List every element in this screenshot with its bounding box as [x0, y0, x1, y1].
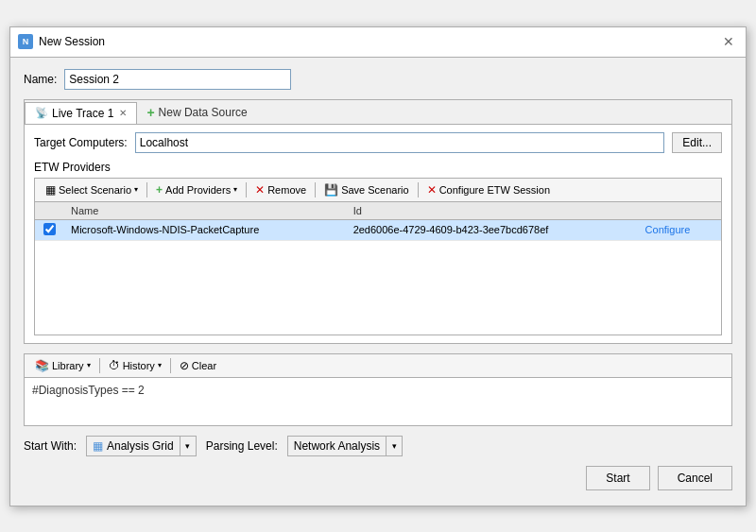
configure-etw-button[interactable]: ✕ Configure ETW Session — [421, 181, 557, 198]
table-row[interactable]: Microsoft-Windows-NDIS-PacketCapture 2ed… — [35, 219, 721, 240]
parsing-level-value: Network Analysis — [294, 439, 380, 453]
add-providers-button[interactable]: + Add Providers ▾ — [149, 181, 244, 198]
etw-table: Name Id — [35, 202, 721, 241]
title-bar-left: N New Session — [18, 34, 105, 49]
select-scenario-chevron: ▾ — [134, 185, 138, 194]
analysis-grid-button[interactable]: ▦ Analysis Grid — [86, 436, 180, 456]
target-computers-input[interactable] — [135, 132, 665, 153]
parsing-level-dropdown: Network Analysis ▾ — [287, 436, 403, 456]
bottom-section: 📚 Library ▾ ⏱ History ▾ ⊘ Clear #Diagnos… — [24, 353, 732, 426]
tab-new-data-source-label: New Data Source — [159, 106, 248, 119]
edit-button[interactable]: Edit... — [672, 132, 722, 153]
start-with-row: Start With: ▦ Analysis Grid ▾ Parsing Le… — [24, 436, 732, 456]
grid-icon: ▦ — [93, 439, 103, 453]
trace-icon: 📡 — [35, 107, 48, 119]
tab-section: 📡 Live Trace 1 ✕ + New Data Source Targe… — [24, 99, 732, 344]
separator-3 — [315, 182, 316, 197]
bottom-content: #DiagnosisTypes == 2 — [25, 378, 731, 425]
tab-close-icon[interactable]: ✕ — [119, 108, 127, 118]
clear-label: Clear — [192, 360, 216, 371]
parsing-level-button[interactable]: Network Analysis — [287, 436, 386, 456]
tab-live-trace[interactable]: 📡 Live Trace 1 ✕ — [25, 102, 137, 124]
dialog-title: New Session — [39, 35, 105, 48]
filter-text: #DiagnosisTypes == 2 — [32, 384, 145, 397]
row-checkbox-cell[interactable] — [35, 219, 63, 240]
new-tab-icon: + — [146, 105, 154, 120]
etw-providers-section: ETW Providers ▦ Select Scenario ▾ + — [34, 161, 722, 335]
configure-link[interactable]: Configure — [645, 224, 691, 235]
title-bar: N New Session ✕ — [10, 27, 746, 58]
parsing-label: Parsing Level: — [206, 439, 278, 453]
row-id: 2ed6006e-4729-4609-b423-3ee7bcd678ef — [346, 219, 638, 240]
add-providers-label: Add Providers — [165, 184, 231, 196]
dialog-body: Name: 📡 Live Trace 1 ✕ + New Data Source — [10, 58, 746, 506]
bottom-toolbar: 📚 Library ▾ ⏱ History ▾ ⊘ Clear — [25, 354, 731, 378]
select-scenario-button[interactable]: ▦ Select Scenario ▾ — [39, 181, 145, 198]
new-session-dialog: N New Session ✕ Name: 📡 Live Trace 1 ✕ + — [9, 26, 747, 506]
analysis-grid-label: Analysis Grid — [107, 439, 174, 453]
save-scenario-icon: 💾 — [324, 183, 338, 197]
library-icon: 📚 — [35, 359, 49, 372]
tab-live-trace-label: Live Trace 1 — [52, 107, 113, 120]
etw-table-header: Name Id — [35, 202, 721, 220]
etw-toolbar: ▦ Select Scenario ▾ + Add Providers ▾ — [35, 179, 721, 202]
tab-bar: 📡 Live Trace 1 ✕ + New Data Source — [25, 100, 731, 125]
dialog-icon: N — [18, 34, 33, 49]
save-scenario-label: Save Scenario — [341, 184, 409, 196]
row-name: Microsoft-Windows-NDIS-PacketCapture — [63, 219, 346, 240]
target-computers-row: Target Computers: Edit... — [34, 132, 722, 153]
history-label: History — [123, 360, 155, 371]
col-name: Name — [63, 202, 346, 220]
add-providers-chevron: ▾ — [233, 185, 237, 194]
close-button[interactable]: ✕ — [719, 32, 738, 51]
remove-button[interactable]: ✕ Remove — [249, 181, 313, 198]
add-providers-icon: + — [156, 183, 163, 197]
tab-new-data-source[interactable]: + New Data Source — [137, 100, 256, 124]
select-scenario-label: Select Scenario — [59, 184, 131, 196]
col-checkbox — [35, 202, 63, 220]
footer-row: Start Cancel — [24, 466, 732, 494]
etw-table-area: Name Id — [35, 202, 721, 335]
history-chevron: ▾ — [158, 361, 162, 369]
name-input[interactable] — [64, 69, 291, 90]
etw-label: ETW Providers — [34, 161, 722, 174]
separator-bottom-1 — [99, 358, 100, 373]
library-button[interactable]: 📚 Library ▾ — [28, 357, 97, 374]
row-checkbox[interactable] — [43, 223, 56, 235]
target-computers-label: Target Computers: — [34, 136, 128, 149]
col-id: Id — [346, 202, 638, 220]
library-chevron: ▾ — [87, 361, 91, 369]
history-button[interactable]: ⏱ History ▾ — [102, 357, 168, 374]
configure-etw-label: Configure ETW Session — [439, 184, 550, 196]
analysis-grid-arrow[interactable]: ▾ — [180, 436, 197, 456]
separator-4 — [418, 182, 419, 197]
separator-1 — [146, 182, 147, 197]
remove-label: Remove — [267, 184, 306, 196]
start-with-label: Start With: — [24, 439, 77, 453]
start-button[interactable]: Start — [586, 466, 649, 490]
separator-bottom-2 — [170, 358, 171, 373]
select-scenario-icon: ▦ — [45, 183, 56, 197]
clear-icon: ⊘ — [180, 359, 189, 372]
parsing-level-arrow[interactable]: ▾ — [386, 436, 403, 456]
library-label: Library — [52, 360, 84, 371]
clear-button[interactable]: ⊘ Clear — [173, 357, 223, 374]
cancel-button[interactable]: Cancel — [658, 466, 732, 490]
name-label: Name: — [24, 73, 57, 86]
name-row: Name: — [24, 69, 732, 90]
analysis-grid-dropdown: ▦ Analysis Grid ▾ — [86, 436, 197, 456]
save-scenario-button[interactable]: 💾 Save Scenario — [318, 181, 416, 198]
history-icon: ⏱ — [109, 359, 120, 372]
remove-icon: ✕ — [255, 183, 265, 197]
tab-content: Target Computers: Edit... ETW Providers … — [25, 125, 731, 343]
row-configure-cell[interactable]: Configure — [638, 219, 721, 240]
separator-2 — [246, 182, 247, 197]
col-action — [638, 202, 721, 220]
configure-etw-icon: ✕ — [427, 183, 437, 197]
etw-section: ▦ Select Scenario ▾ + Add Providers ▾ — [34, 178, 722, 335]
